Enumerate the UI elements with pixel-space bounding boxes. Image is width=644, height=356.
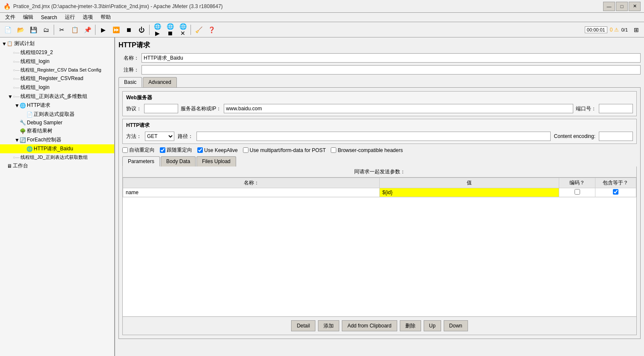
auto-redirect-input[interactable] bbox=[122, 147, 128, 153]
name-input[interactable] bbox=[142, 53, 641, 63]
params-table: 名称： 值 编码？ 包含等于？ name ${id} bbox=[123, 178, 636, 197]
browser-headers-checkbox[interactable]: Browser-compatible headers bbox=[331, 147, 403, 153]
encoding-input[interactable] bbox=[599, 132, 633, 141]
tree-item-regex[interactable]: 📄 正则表达式提取器 bbox=[0, 110, 114, 119]
new-button[interactable]: 📄 bbox=[2, 24, 14, 36]
follow-redirect-input[interactable] bbox=[160, 147, 165, 153]
tab-body-data[interactable]: Body Data bbox=[161, 156, 196, 167]
tree-item-group2[interactable]: ○— 线程组_login bbox=[0, 57, 114, 66]
port-input[interactable] bbox=[599, 104, 633, 113]
menu-help[interactable]: 帮助 bbox=[97, 13, 114, 22]
paste-button[interactable]: 📌 bbox=[81, 24, 93, 36]
detail-button[interactable]: Detail bbox=[291, 320, 315, 331]
menu-edit[interactable]: 编辑 bbox=[20, 13, 37, 22]
browser-headers-input[interactable] bbox=[331, 147, 336, 153]
multipart-label: Use multipart/form-data for POST bbox=[250, 147, 326, 153]
param-name-cell: name bbox=[123, 188, 380, 197]
keepalive-checkbox[interactable]: Use KeepAlive bbox=[197, 147, 238, 153]
add-button[interactable]: 添加 bbox=[318, 320, 339, 331]
close-button[interactable]: ✕ bbox=[629, 2, 641, 11]
comment-label: 注释： bbox=[118, 66, 139, 74]
workbench-icon: 🖥 bbox=[7, 163, 12, 169]
web-server-section: Web服务器 协议： 服务器名称或IP： 端口号： bbox=[122, 91, 637, 116]
tab-advanced[interactable]: Advanced bbox=[143, 77, 176, 87]
tb-sep3 bbox=[149, 25, 150, 35]
params-header: 同请求一起发送参数： bbox=[123, 167, 636, 178]
maximize-button[interactable]: □ bbox=[616, 2, 628, 11]
run-timer: 00:00:01 bbox=[585, 26, 607, 33]
tab-parameters[interactable]: Parameters bbox=[122, 156, 160, 167]
method-select[interactable]: GET POST PUT DELETE bbox=[145, 132, 174, 141]
follow-redirect-checkbox[interactable]: 跟随重定向 bbox=[160, 146, 192, 154]
multipart-checkbox[interactable]: Use multipart/form-data for POST bbox=[243, 147, 326, 153]
comment-input[interactable] bbox=[142, 65, 641, 75]
shutdown-button[interactable]: ⏻ bbox=[136, 24, 147, 36]
remote-exit-button[interactable]: 🌐✕ bbox=[177, 24, 189, 36]
group3-icon: ○— bbox=[13, 68, 20, 72]
col-name: 名称： bbox=[123, 178, 380, 188]
window-title: Pratice_2nd.jmx (D:\apache-jmeter-3.3\bi… bbox=[13, 3, 223, 9]
delete-button[interactable]: 删除 bbox=[400, 320, 421, 331]
param-include-cell bbox=[595, 188, 636, 197]
server-name-input[interactable] bbox=[224, 104, 573, 113]
checkbox-row: 自动重定向 跟随重定向 Use KeepAlive Use multipart/… bbox=[122, 146, 637, 154]
multipart-input[interactable] bbox=[243, 147, 248, 153]
tree-item-group3[interactable]: ○— 线程组_Register_CSV Data Set Config bbox=[0, 66, 114, 74]
http-request-section: HTTP请求 方法： GET POST PUT DELETE 路径： Conte… bbox=[122, 119, 637, 144]
add-from-clipboard-button[interactable]: Add from Clipboard bbox=[342, 320, 397, 331]
main-layout: ▼ 📋 测试计划 ○— 线程组0219_2 ○— 线程组_login ○— 线程… bbox=[0, 37, 644, 356]
tree-item-test-plan[interactable]: ▼ 📋 测试计划 bbox=[0, 39, 114, 48]
browser-headers-label: Browser-compatible headers bbox=[338, 147, 403, 153]
clear-all-button[interactable]: 🧹 bbox=[193, 24, 205, 36]
stop-button[interactable]: ⏹ bbox=[123, 24, 135, 36]
tree-item-group6[interactable]: ▼ ○— 线程组_正则表达式_多维数组 bbox=[0, 92, 114, 101]
menu-options[interactable]: 选项 bbox=[79, 13, 96, 22]
keepalive-input[interactable] bbox=[197, 147, 203, 153]
cut-button[interactable]: ✂ bbox=[56, 24, 68, 36]
start-no-pause-button[interactable]: ⏩ bbox=[110, 24, 122, 36]
fullscreen-button[interactable]: ⊞ bbox=[630, 24, 642, 36]
start-button[interactable]: ▶ bbox=[97, 24, 109, 36]
http-baidu-icon: 🌐 bbox=[26, 146, 33, 152]
tab-files-upload[interactable]: Files Upload bbox=[196, 156, 236, 167]
include-checkbox[interactable] bbox=[613, 189, 618, 195]
name-label: 名称： bbox=[118, 55, 139, 62]
col-encoded: 编码？ bbox=[559, 178, 595, 188]
open-button[interactable]: 📂 bbox=[14, 24, 26, 36]
tab-basic[interactable]: Basic bbox=[118, 77, 142, 87]
auto-redirect-checkbox[interactable]: 自动重定向 bbox=[122, 146, 155, 154]
regex-icon: 📄 bbox=[26, 112, 33, 118]
path-input[interactable] bbox=[196, 132, 551, 141]
tree-item-results[interactable]: 🌳 察看结果树 bbox=[0, 126, 114, 135]
protocol-input[interactable] bbox=[144, 104, 178, 113]
tree-item-http-baidu[interactable]: 🌐 HTTP请求_Baidu bbox=[0, 144, 114, 153]
tree-item-group5[interactable]: ○— 线程组_login bbox=[0, 83, 114, 92]
menu-file[interactable]: 文件 bbox=[2, 13, 19, 22]
test-plan-icon: 📋 bbox=[7, 41, 13, 46]
http1-icon: 🌐 bbox=[20, 103, 26, 109]
param-encoded-cell bbox=[559, 188, 595, 197]
menu-search[interactable]: Search bbox=[38, 14, 61, 21]
help-button[interactable]: ❓ bbox=[205, 24, 217, 36]
remote-stop-button[interactable]: 🌐⏹ bbox=[164, 24, 176, 36]
up-button[interactable]: Up bbox=[424, 320, 441, 331]
tree-item-debug[interactable]: 🔧 Debug Sampler bbox=[0, 119, 114, 126]
menu-run[interactable]: 运行 bbox=[61, 13, 78, 22]
tree-item-group4[interactable]: ○— 线程组_Register_CSVRead bbox=[0, 74, 114, 83]
tree-item-http1[interactable]: ▼ 🌐 HTTP请求 bbox=[0, 101, 114, 110]
down-button[interactable]: Down bbox=[444, 320, 468, 331]
tree-item-group-jd[interactable]: ○— 线程组_JD_正则表达式获取数组 bbox=[0, 153, 114, 161]
copy-button[interactable]: 📋 bbox=[69, 24, 81, 36]
protocol-label: 协议： bbox=[126, 105, 142, 112]
encoded-checkbox[interactable] bbox=[575, 189, 580, 195]
minimize-button[interactable]: — bbox=[603, 2, 615, 11]
save-all-button[interactable]: 🗂 bbox=[40, 24, 52, 36]
tb-sep1 bbox=[54, 25, 54, 35]
inner-tab-bar: Parameters Body Data Files Upload bbox=[122, 156, 637, 167]
tree-item-foreach[interactable]: ▼ 🔄 ForEach控制器 bbox=[0, 135, 114, 144]
save-button[interactable]: 💾 bbox=[27, 24, 39, 36]
tree-item-group1[interactable]: ○— 线程组0219_2 bbox=[0, 48, 114, 57]
remote-start-button[interactable]: 🌐▶ bbox=[151, 24, 163, 36]
path-label: 路径： bbox=[178, 133, 193, 140]
tree-item-workbench[interactable]: 🖥 工作台 bbox=[0, 161, 114, 170]
